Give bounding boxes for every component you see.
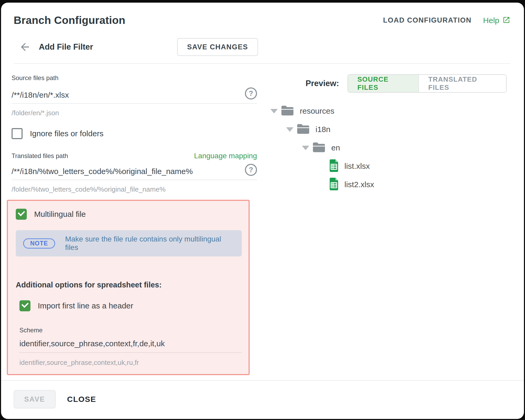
- tree-row[interactable]: list2.xlsx: [270, 178, 507, 191]
- source-files-path-input[interactable]: [12, 91, 240, 99]
- tab-source-files[interactable]: SOURCE FILES: [348, 75, 418, 92]
- caret-down-icon[interactable]: [286, 127, 293, 132]
- question-icon[interactable]: ?: [245, 87, 257, 99]
- note-banner: NOTE Make sure the file rule contains on…: [16, 230, 242, 256]
- save-changes-button[interactable]: SAVE CHANGES: [177, 38, 258, 56]
- tree-item-label: resources: [300, 107, 334, 116]
- tree-item-label: en: [331, 143, 340, 152]
- back-arrow-icon[interactable]: [19, 41, 31, 53]
- caret-down-icon[interactable]: [270, 109, 278, 113]
- scheme-hint: identifier,source_phrase,context,uk,ru,f…: [19, 359, 242, 367]
- footer-divider: [1, 380, 524, 381]
- import-header-checkbox-row[interactable]: Import first line as a header: [19, 300, 242, 311]
- spreadsheet-file-icon: [329, 159, 339, 173]
- scheme-label: Scheme: [19, 327, 242, 334]
- tree-item-label: list.xlsx: [344, 162, 370, 171]
- save-button[interactable]: SAVE: [14, 390, 56, 408]
- help-link-label: Help: [483, 16, 499, 25]
- import-header-checkbox-label: Import first line as a header: [38, 301, 133, 310]
- tab-translated-files[interactable]: TRANSLATED FILES: [418, 75, 506, 92]
- source-files-path-label: Source files path: [12, 74, 257, 82]
- note-badge: NOTE: [23, 238, 55, 249]
- tree-row[interactable]: list.xlsx: [270, 160, 507, 172]
- page-title: Branch Configuration: [14, 14, 125, 27]
- external-link-icon: [502, 16, 510, 25]
- multilingual-checkbox[interactable]: [16, 209, 27, 220]
- tree-row[interactable]: en: [270, 141, 507, 154]
- source-files-path-hint: /folder/en/*.json: [12, 109, 257, 117]
- close-button[interactable]: CLOSE: [67, 395, 96, 404]
- translated-files-path-label: Translated files path: [12, 152, 68, 160]
- help-link[interactable]: Help: [483, 16, 510, 25]
- folder-icon: [312, 142, 326, 154]
- translated-files-path-input[interactable]: [12, 167, 240, 176]
- multilingual-checkbox-row[interactable]: Multilingual file: [16, 209, 242, 220]
- tree-item-label: i18n: [316, 125, 330, 134]
- scheme-input[interactable]: [19, 339, 242, 348]
- branch-configuration-dialog: Branch Configuration LOAD CONFIGURATION …: [1, 3, 524, 419]
- spreadsheet-file-icon: [329, 178, 339, 191]
- ignore-files-checkbox-label: Ignore files or folders: [30, 129, 103, 138]
- question-icon[interactable]: ?: [245, 164, 257, 176]
- multilingual-highlight-section: Multilingual file NOTE Make sure the fil…: [7, 200, 250, 375]
- dialog-footer: SAVE CLOSE: [14, 390, 96, 408]
- subpage-title: Add File Filter: [39, 42, 93, 52]
- preview-toggle: SOURCE FILES TRANSLATED FILES: [348, 74, 507, 93]
- ignore-files-checkbox[interactable]: [12, 128, 23, 139]
- preview-panel: Preview: SOURCE FILES TRANSLATED FILES r…: [270, 74, 507, 375]
- preview-label: Preview:: [306, 79, 339, 88]
- folder-icon: [281, 105, 294, 117]
- spreadsheet-options-heading: Additional options for spreadsheet files…: [16, 281, 242, 289]
- file-tree: resources i18n en: [270, 105, 507, 191]
- folder-icon: [297, 123, 310, 135]
- dialog-header: Branch Configuration LOAD CONFIGURATION …: [1, 3, 524, 64]
- load-configuration-button[interactable]: LOAD CONFIGURATION: [383, 16, 471, 24]
- tree-row[interactable]: resources: [270, 105, 507, 117]
- translated-files-path-hint: /folder/%two_letters_code%/%original_fil…: [12, 185, 257, 193]
- tree-item-label: list2.xlsx: [344, 180, 374, 189]
- caret-down-icon[interactable]: [302, 146, 309, 150]
- multilingual-checkbox-label: Multilingual file: [34, 210, 86, 219]
- language-mapping-link[interactable]: Language mapping: [194, 152, 257, 160]
- screen: Branch Configuration LOAD CONFIGURATION …: [0, 0, 525, 420]
- note-text: Make sure the file rule contains only mu…: [65, 235, 234, 252]
- file-filter-form: Source files path ? /folder/en/*.json Ig…: [12, 74, 257, 375]
- import-header-checkbox[interactable]: [19, 300, 30, 311]
- ignore-files-checkbox-row[interactable]: Ignore files or folders: [12, 128, 257, 139]
- tree-row[interactable]: i18n: [270, 123, 507, 136]
